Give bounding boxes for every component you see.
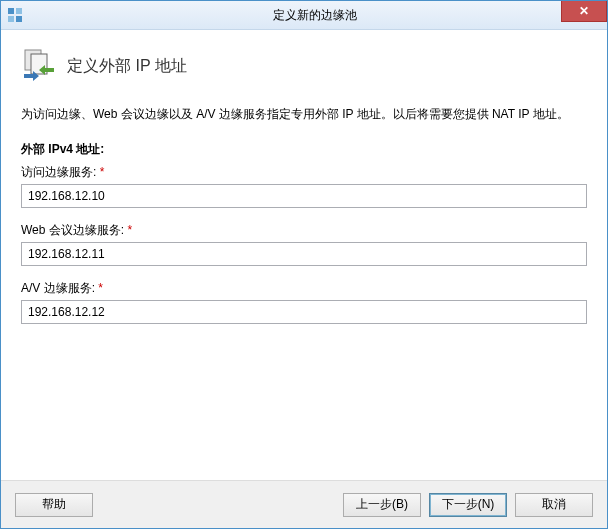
svg-rect-0 (8, 8, 14, 14)
svg-rect-3 (16, 16, 22, 22)
button-bar: 帮助 上一步(B) 下一步(N) 取消 (1, 480, 607, 528)
svg-rect-2 (8, 16, 14, 22)
description-text: 为访问边缘、Web 会议边缘以及 A/V 边缘服务指定专用外部 IP 地址。以后… (21, 106, 587, 123)
label-text: 访问边缘服务: (21, 165, 96, 179)
webconf-edge-input[interactable] (21, 242, 587, 266)
access-edge-label: 访问边缘服务: * (21, 164, 587, 181)
label-text: A/V 边缘服务: (21, 281, 95, 295)
window-title: 定义新的边缘池 (23, 7, 607, 24)
required-marker: * (100, 165, 105, 179)
server-arrows-icon (21, 48, 57, 84)
close-icon: ✕ (579, 4, 589, 18)
label-text: Web 会议边缘服务: (21, 223, 124, 237)
required-marker: * (98, 281, 103, 295)
field-av-edge: A/V 边缘服务: * (21, 280, 587, 324)
app-icon (7, 7, 23, 23)
field-webconf-edge: Web 会议边缘服务: * (21, 222, 587, 266)
title-bar: 定义新的边缘池 ✕ (1, 1, 607, 30)
dialog-window: 定义新的边缘池 ✕ 定义外部 IP 地址 为访问边缘、Web 会议边缘以及 A/… (0, 0, 608, 529)
next-button[interactable]: 下一步(N) (429, 493, 507, 517)
page-title: 定义外部 IP 地址 (67, 56, 187, 77)
av-edge-label: A/V 边缘服务: * (21, 280, 587, 297)
field-access-edge: 访问边缘服务: * (21, 164, 587, 208)
section-heading: 外部 IPv4 地址: (21, 141, 587, 158)
required-marker: * (127, 223, 132, 237)
av-edge-input[interactable] (21, 300, 587, 324)
close-button[interactable]: ✕ (561, 1, 607, 22)
cancel-button[interactable]: 取消 (515, 493, 593, 517)
svg-rect-1 (16, 8, 22, 14)
access-edge-input[interactable] (21, 184, 587, 208)
webconf-edge-label: Web 会议边缘服务: * (21, 222, 587, 239)
page-header: 定义外部 IP 地址 (21, 48, 587, 84)
content-area: 定义外部 IP 地址 为访问边缘、Web 会议边缘以及 A/V 边缘服务指定专用… (1, 30, 607, 480)
help-button[interactable]: 帮助 (15, 493, 93, 517)
back-button[interactable]: 上一步(B) (343, 493, 421, 517)
